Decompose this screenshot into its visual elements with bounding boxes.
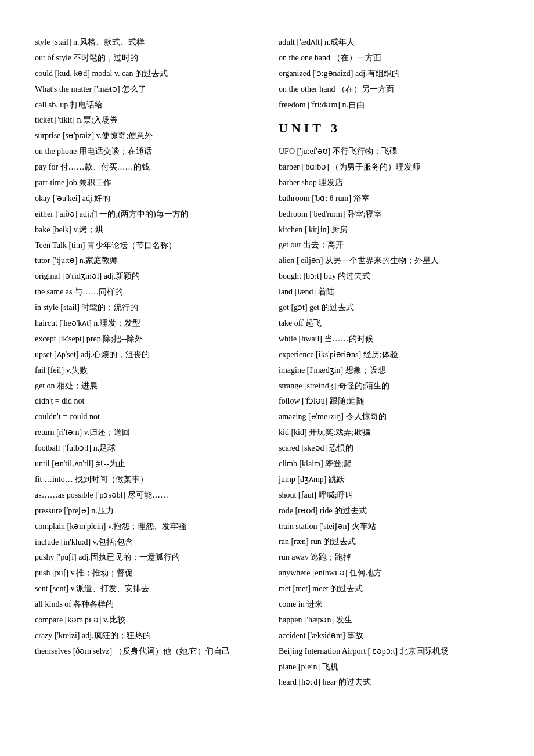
list-item: as……as possible ['pɔsəbl] 尽可能……	[35, 488, 255, 503]
main-content: style [stail] n.风格、款式、式样out of style 不时髦…	[35, 35, 499, 690]
list-item: except [ik'sept] prep.除;把--除外	[35, 332, 255, 347]
list-item: crazy ['kreizi] adj.疯狂的；狂热的	[35, 628, 255, 643]
list-item: happen ['hæpən] 发生	[279, 613, 499, 628]
list-item: experience [iks'piəriəns] 经历;体验	[279, 347, 499, 362]
right-column: adult ['ædʌlt] n.成年人on the one hand （在）一…	[279, 35, 499, 690]
list-item: plane [plein] 飞机	[279, 660, 499, 675]
list-item: fail [feil] v.失败	[35, 363, 255, 378]
list-item: bathroom ['bɑ: θ rum] 浴室	[279, 191, 499, 206]
list-item: anywhere [enihwɛə] 任何地方	[279, 566, 499, 581]
list-item: compare [kəm'pɛə] v.比较	[35, 613, 255, 628]
list-item: get out 出去；离开	[279, 237, 499, 253]
list-item: couldn't = could not	[35, 409, 255, 424]
list-item: take off 起飞	[279, 316, 499, 331]
list-item: run away 逃跑；跑掉	[279, 550, 499, 565]
list-item: rode [rəʊd] ride 的过去式	[279, 503, 499, 519]
list-item: could [kud, kəd] modal v. can 的过去式	[35, 66, 255, 81]
list-item: all kinds of 各种各样的	[35, 597, 255, 612]
unit-heading: UNIT 3	[279, 117, 499, 141]
list-item: jump [dʒʌmp] 跳跃	[279, 472, 499, 487]
list-item: bought [bɔ:t] buy 的过去式	[279, 269, 499, 284]
list-item: climb [klaim] 攀登;爬	[279, 456, 499, 471]
list-item: get on 相处；进展	[35, 379, 255, 394]
left-column: style [stail] n.风格、款式、式样out of style 不时髦…	[35, 35, 255, 690]
list-item: UFO ['ju:ef'əʊ] 不行飞行物；飞碟	[279, 144, 499, 159]
list-item: follow ['fɔləu] 跟随;追随	[279, 394, 499, 409]
list-item: okay ['əu'kei] adj.好的	[35, 191, 255, 206]
list-item: heard [həːd] hear 的过去式	[279, 675, 499, 690]
list-item: pressure ['preʃə] n.压力	[35, 503, 255, 519]
list-item: adult ['ædʌlt] n.成年人	[279, 35, 499, 50]
list-item: include [in'klu:d] v.包括;包含	[35, 535, 255, 550]
list-item: kitchen ['kitʃin] 厨房	[279, 222, 499, 237]
list-item: until [ən'til,ʌn'til] 到--为止	[35, 456, 255, 471]
list-item: didn't = did not	[35, 394, 255, 409]
list-item: bake [beik] v.烤；烘	[35, 222, 255, 237]
list-item: bedroom ['bed'ru:m] 卧室;寝室	[279, 207, 499, 222]
list-item: on the phone 用电话交谈；在通话	[35, 144, 255, 159]
list-item: part-time job 兼职工作	[35, 175, 255, 190]
list-item: the same as 与……同样的	[35, 285, 255, 300]
list-item: met [met] meet 的过去式	[279, 581, 499, 596]
list-item: train station ['steiʃən] 火车站	[279, 519, 499, 534]
list-item: organized ['ɔ:gənaizd] adj.有组织的	[279, 66, 499, 81]
list-item: surprise [sə'praiz] v.使惊奇;使意外	[35, 128, 255, 143]
list-item: complain [kəm'plein] v.抱怨；理怨、发牢骚	[35, 519, 255, 534]
list-item: out of style 不时髦的，过时的	[35, 51, 255, 66]
list-item: on the other hand （在）另一方面	[279, 82, 499, 97]
list-item: ran [ræn] run 的过去式	[279, 534, 499, 549]
list-item: alien ['eiljən] 从另一个世界来的生物；外星人	[279, 253, 499, 268]
list-item: while [hwail] 当……的时候	[279, 332, 499, 347]
list-item: on the one hand （在）一方面	[279, 51, 499, 66]
list-item: kid [kid] 开玩笑;戏弄;欺骗	[279, 425, 499, 440]
list-item: either ['aiðə] adj.任一的;(两方中的)每一方的	[35, 207, 255, 222]
list-item: accident ['æksidənt] 事故	[279, 628, 499, 643]
list-item: land [lænd] 着陆	[279, 285, 499, 300]
list-item: pushy ['puʃi] adj.固执已见的；一意孤行的	[35, 550, 255, 565]
list-item: tutor ['tju:tə] n.家庭教师	[35, 253, 255, 268]
list-item: sent [sent] v.派遣、打发、安排去	[35, 581, 255, 596]
list-item: Teen Talk [ti:n] 青少年论坛（节目名称）	[35, 238, 255, 253]
list-item: call sb. up 打电话给	[35, 98, 255, 113]
list-item: What's the matter ['mætə] 怎么了	[35, 82, 255, 97]
list-item: haircut ['heə'kʌt] n.理发；发型	[35, 316, 255, 331]
list-item: Beijing Internation Airport ['ɛəpɔ:t] 北京…	[279, 644, 499, 659]
list-item: return [ri'tə:n] v.归还；送回	[35, 425, 255, 440]
list-item: imagine [I'mædʒin] 想象；设想	[279, 363, 499, 378]
list-item: fit …into… 找到时间（做某事）	[35, 472, 255, 487]
list-item: pay for 付……款、付买……的钱	[35, 160, 255, 175]
list-item: barber shop 理发店	[279, 175, 499, 190]
list-item: got [gɔt] get 的过去式	[279, 300, 499, 315]
list-item: scared [skeəd] 恐惧的	[279, 441, 499, 456]
list-item: style [stail] n.风格、款式、式样	[35, 35, 255, 50]
list-item: upset [ʌp'set] adj.心烦的，沮丧的	[35, 347, 255, 362]
list-item: ticket ['tikit] n.票;入场券	[35, 113, 255, 128]
list-item: original [ə'ridʒinəl] adj.新颖的	[35, 269, 255, 284]
list-item: shout [ʃaut] 呼喊;呼叫	[279, 488, 499, 503]
list-item: barber ['bɑ:bə] （为男子服务的）理发师	[279, 160, 499, 175]
list-item: in style [stail] 时髦的；流行的	[35, 300, 255, 315]
list-item: push [puʃ] v.推；推动；督促	[35, 566, 255, 581]
list-item: come in 进来	[279, 597, 499, 612]
list-item: strange [streindʒ] 奇怪的;陌生的	[279, 379, 499, 394]
list-item: amazing [ə'meɪzɪŋ] 令人惊奇的	[279, 409, 499, 424]
list-item: football ['futbɔ:l] n.足球	[35, 441, 255, 456]
list-item: freedom ['fri:dəm] n.自由	[279, 98, 499, 113]
list-item: themselves [ðəm'selvz] （反身代词）他（她,它）们自己	[35, 644, 255, 659]
